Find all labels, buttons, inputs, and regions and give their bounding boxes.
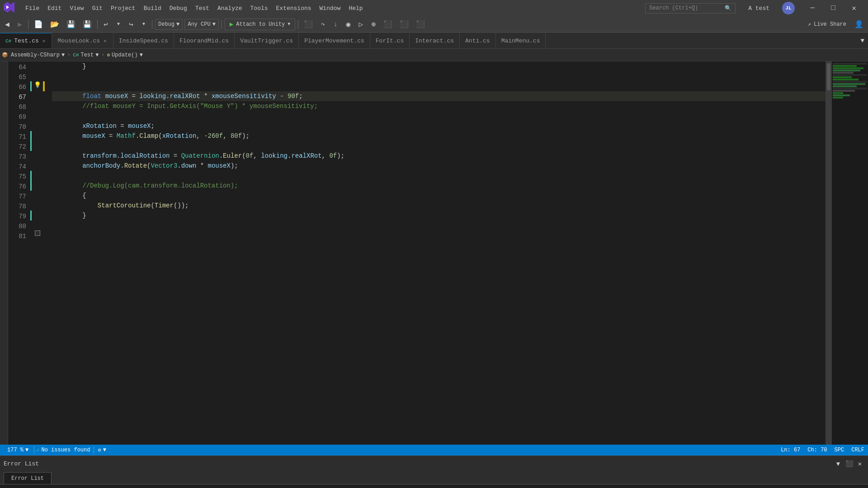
tab-mouselook-cs[interactable]: MouseLook.cs ✕ [52,33,113,48]
change-bar-70 [30,131,32,141]
nav-file-arrow-icon: ▼ [95,52,99,58]
zoom-control[interactable]: 177 % ▼ [4,447,32,453]
menu-debug[interactable]: Debug [166,3,191,14]
code-line-74: anchorBody.Rotate(Vector3.down * mouseX)… [52,161,826,171]
redo-button[interactable]: ↪ [126,19,137,30]
code-content[interactable]: } float mouseX = looking.realXRot * xmou… [45,61,826,445]
tab-mainmenu-cs[interactable]: MainMenu.cs [496,33,546,48]
separator [94,446,94,454]
live-share-label: Live Share [814,21,846,28]
git-indicator[interactable]: ⊘ ▼ [98,447,106,454]
profile-button[interactable]: JL [782,2,795,14]
toolbar-btn-3[interactable]: ⬛ [413,19,428,30]
menu-test[interactable]: Test [192,3,213,14]
forward-button[interactable]: ▶ [14,19,25,30]
redo-dropdown[interactable]: ▼ [138,19,149,30]
menu-tools[interactable]: Tools [247,3,272,14]
tab-label: ForIt.cs [376,38,404,44]
active-line-indicator [43,81,45,91]
code-line-79: } [52,211,826,221]
attach-to-unity-button[interactable]: ▶ Attach to Unity ▼ [225,19,295,30]
tab-floorandmid-cs[interactable]: FloorandMid.cs [174,33,235,48]
undo-dropdown[interactable]: ▼ [113,19,124,30]
menu-project[interactable]: Project [107,3,139,14]
tab-insidespeed-cs[interactable]: InsideSpeed.cs [113,33,174,48]
exception-btn[interactable]: ⊕ [368,19,379,30]
bottom-tab-strip: Error List [0,472,868,484]
block-collapse-icon[interactable] [35,230,40,236]
notifications-button[interactable]: 👤 [852,19,866,30]
scrollbar-thumb[interactable] [827,63,830,90]
tab-anti-cs[interactable]: Anti.cs [460,33,496,48]
tab-forit-cs[interactable]: ForIt.cs [370,33,410,48]
restore-button[interactable]: □ [823,0,844,16]
save-button[interactable]: 💾 [64,19,78,30]
check-icon: ✓ [36,447,39,454]
menu-extensions[interactable]: Extensions [273,3,315,14]
menu-window[interactable]: Window [316,3,344,14]
step-over-button[interactable]: ↷ [317,19,328,30]
code-line-73: transform.localRotation = Quaternion.Eul… [52,151,826,161]
attach-label: Attach to Unity [236,21,285,28]
breakpoint-button[interactable]: ⬛ [301,19,316,30]
lightbulb-icon[interactable]: 💡 [34,81,41,89]
tab-playermovement-cs[interactable]: PlayerMovement.cs [299,33,370,48]
error-panel-controls: ▼ ⬛ ✕ [834,460,864,469]
tabs-overflow-button[interactable]: ▼ [857,33,868,48]
nav-project-icon: 📦 [2,52,8,58]
step-in-button[interactable]: ↓ [330,19,341,30]
nav-file-icon: C# [73,52,79,58]
menu-file[interactable]: File [22,3,43,14]
right-scrollbar[interactable] [826,61,832,445]
open-file-button[interactable]: 📂 [47,19,62,30]
menu-help[interactable]: Help [345,3,366,14]
attach-dropdown-arrow-icon: ▼ [288,22,290,27]
menu-git[interactable]: Git [89,3,106,14]
line-numbers: 64 65 66 67 68 69 70 71 72 73 74 75 76 7… [8,61,30,445]
undo-button[interactable]: ↩ [100,19,111,30]
breakpoints-btn[interactable]: ◉ [343,19,354,30]
gutter-column: 💡 [32,61,43,445]
error-panel-close-icon[interactable]: ✕ [855,460,864,469]
menu-view[interactable]: View [66,3,87,14]
zoom-dropdown-icon: ▼ [25,447,28,453]
tab-label: Interact.cs [415,38,454,44]
nav-file-dropdown[interactable]: C# Test ▼ [70,50,101,61]
active-line-bar [43,61,45,445]
issues-indicator[interactable]: ✓ No issues found [36,447,90,454]
menu-bar: File Edit View Git Project Build Debug T… [22,3,638,14]
nav-project-dropdown[interactable]: Assembly-CSharp ▼ [8,50,67,61]
tab-close-icon[interactable]: ✕ [42,37,47,45]
tab-vaulttrigger-cs[interactable]: VaultTrigger.cs [235,33,299,48]
separator-3 [152,20,152,29]
separator-4 [222,20,222,29]
minimize-button[interactable]: ─ [802,0,823,16]
editor-content: 64 65 66 67 68 69 70 71 72 73 74 75 76 7… [8,61,868,445]
search-box[interactable]: Search (Ctrl+Q) 🔍 [645,3,736,14]
toolbar-btn-1[interactable]: ⬛ [381,19,395,30]
tab-icon: C# [5,38,11,44]
debug-config-dropdown[interactable]: Debug ▼ [155,19,183,30]
issues-label: No issues found [41,447,90,453]
error-panel: Error List ▼ ⬛ ✕ [0,455,868,472]
code-line-80 [52,221,826,230]
toolbar-btn-2[interactable]: ⬛ [397,19,411,30]
new-project-button[interactable]: 📄 [31,19,46,30]
back-button[interactable]: ◀ [2,19,13,30]
error-panel-dropdown-icon[interactable]: ▼ [834,460,843,469]
tab-close-icon[interactable]: ✕ [103,37,108,45]
tab-test-cs[interactable]: C# Test.cs ✕ [0,33,52,48]
menu-analyze[interactable]: Analyze [214,3,246,14]
live-share-button[interactable]: ↗ Live Share [804,20,850,28]
platform-dropdown[interactable]: Any CPU ▼ [184,19,219,30]
close-button[interactable]: ✕ [844,0,864,16]
editor-area: 64 65 66 67 68 69 70 71 72 73 74 75 76 7… [0,61,868,445]
bottom-tab-error-list[interactable]: Error List [4,472,52,484]
nav-member-dropdown[interactable]: ⚙ Update() ▼ [104,50,145,61]
error-panel-float-icon[interactable]: ⬛ [844,460,854,469]
save-all-button[interactable]: 💾 [80,19,94,30]
menu-edit[interactable]: Edit [44,3,65,14]
next-point-btn[interactable]: ▷ [355,19,366,30]
menu-build[interactable]: Build [140,3,165,14]
tab-interact-cs[interactable]: Interact.cs [410,33,460,48]
